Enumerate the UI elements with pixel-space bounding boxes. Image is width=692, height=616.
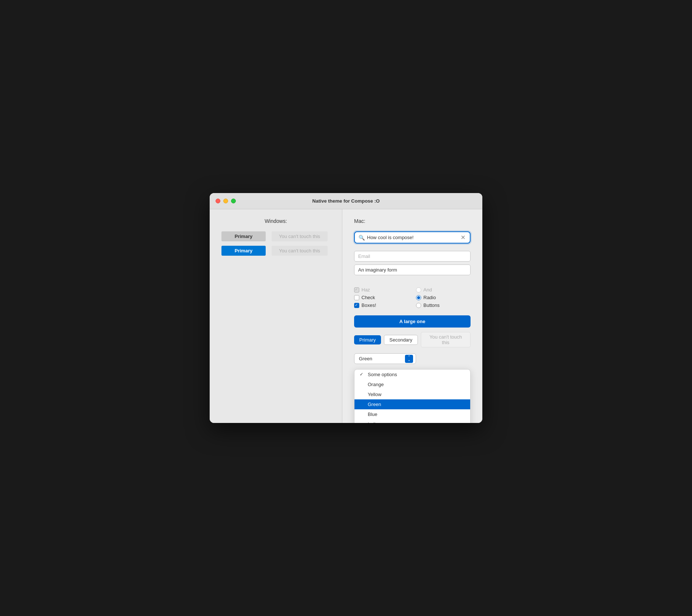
form-text-field[interactable]: [354, 265, 471, 275]
search-input[interactable]: [367, 235, 460, 240]
haz-row: Haz: [354, 287, 409, 293]
email-field[interactable]: [354, 251, 471, 262]
close-button[interactable]: [216, 199, 220, 203]
window: Native theme for Compose :O Windows: Pri…: [210, 193, 482, 423]
buttons-row: Buttons: [416, 302, 471, 308]
search-field[interactable]: 🔍 ✕: [354, 231, 471, 244]
mac-label: Mac:: [354, 218, 471, 224]
primary-small-button[interactable]: Primary: [354, 335, 381, 344]
and-label: And: [423, 287, 432, 293]
dropdown-item-orange[interactable]: Orange: [354, 379, 470, 389]
win-disabled-button-1: You can't touch this: [272, 231, 328, 241]
radio-radio[interactable]: [416, 295, 421, 300]
haz-checkbox: [354, 287, 359, 293]
search-icon: 🔍: [359, 235, 365, 241]
dropdown-item-green[interactable]: Green: [354, 399, 470, 409]
buttons-radio[interactable]: [416, 303, 421, 308]
and-radio: [416, 287, 421, 293]
win-disabled-button-2: You can't touch this: [272, 246, 328, 256]
form-section: [354, 251, 471, 281]
select-wrapper: Some options Orange Yellow Green Blue In…: [354, 353, 416, 364]
dropdown-item-indigo[interactable]: Indigo: [354, 419, 470, 423]
and-row: And: [416, 287, 471, 293]
win-row-2: Primary You can't touch this: [221, 246, 328, 256]
titlebar: Native theme for Compose :O: [210, 193, 482, 209]
dropdown-item-blue[interactable]: Blue: [354, 409, 470, 419]
maximize-button[interactable]: [231, 199, 236, 203]
boxes-row: Boxes!: [354, 302, 409, 308]
check-checkbox[interactable]: [354, 295, 359, 300]
radio-label: Radio: [423, 295, 436, 300]
window-title: Native theme for Compose :O: [312, 198, 380, 204]
check-row: Check: [354, 295, 409, 300]
right-panel: Mac: 🔍 ✕ Haz: [342, 209, 482, 423]
large-button[interactable]: A large one: [354, 315, 471, 328]
small-buttons-row: Primary Secondary You can't touch this: [354, 332, 471, 347]
options-select[interactable]: Some options Orange Yellow Green Blue In…: [354, 353, 416, 364]
dropdown-item-yellow[interactable]: Yellow: [354, 389, 470, 399]
check-label: Check: [361, 295, 375, 300]
radio-row: Radio: [416, 295, 471, 300]
windows-buttons: Primary You can't touch this Primary You…: [221, 231, 330, 256]
buttons-label: Buttons: [423, 302, 440, 308]
main-content: Windows: Primary You can't touch this Pr…: [210, 209, 482, 423]
win-primary-blue-button[interactable]: Primary: [221, 246, 266, 256]
dropdown-menu: Some options Orange Yellow Green Blue In…: [354, 369, 471, 423]
disabled-small-button: You can't touch this: [421, 332, 471, 347]
win-primary-gray-button[interactable]: Primary: [221, 231, 266, 241]
checks-radios-grid: Haz And Check Radio: [354, 287, 471, 308]
left-panel: Windows: Primary You can't touch this Pr…: [210, 209, 342, 423]
haz-label: Haz: [361, 287, 370, 293]
search-clear-button[interactable]: ✕: [460, 234, 466, 241]
dropdown-item-some-options[interactable]: Some options: [354, 370, 470, 379]
win-row-1: Primary You can't touch this: [221, 231, 328, 241]
boxes-checkbox[interactable]: [354, 303, 359, 308]
traffic-lights: [216, 199, 236, 203]
windows-label: Windows:: [221, 218, 330, 224]
secondary-small-button[interactable]: Secondary: [384, 335, 418, 345]
boxes-label: Boxes!: [361, 302, 376, 308]
minimize-button[interactable]: [223, 199, 228, 203]
